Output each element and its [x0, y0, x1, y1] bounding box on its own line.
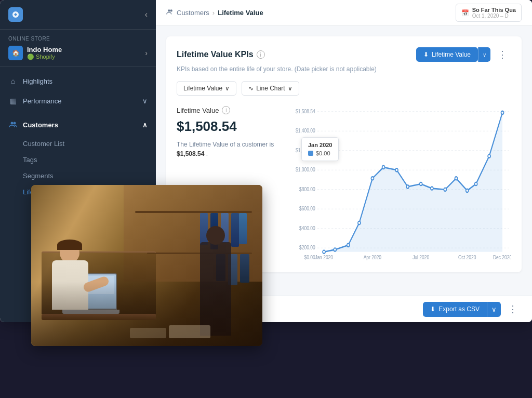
export-download-icon: ⬇	[430, 306, 435, 313]
lifetime-value-btn-label: Lifetime Value	[432, 51, 471, 58]
svg-point-2	[14, 122, 16, 125]
highlights-label: Highlights	[23, 77, 52, 85]
svg-point-41	[488, 154, 490, 157]
date-range-text: So Far This Qua Oct 1, 2020 – D	[472, 7, 516, 19]
svg-text:$1,000.00: $1,000.00	[296, 166, 315, 173]
svg-point-37	[444, 188, 446, 191]
svg-point-38	[455, 177, 457, 180]
svg-point-42	[501, 111, 503, 114]
svg-point-36	[431, 187, 433, 190]
chart-type-filter-button[interactable]: ∿ Line Chart ∨	[242, 81, 299, 96]
lifetime-value-filter-button[interactable]: Lifetime Value ∨	[177, 81, 236, 96]
svg-point-35	[420, 182, 422, 185]
svg-text:$0.00: $0.00	[304, 254, 315, 260]
svg-text:Apr 2020: Apr 2020	[364, 254, 381, 260]
svg-point-29	[347, 244, 350, 247]
chart-description: The Lifetime Value of a customer is $1,5…	[177, 140, 281, 158]
svg-text:Jul 2020: Jul 2020	[413, 254, 429, 260]
metric-name: Lifetime Value	[177, 107, 219, 114]
store-platform: 🟢 Shopify	[27, 54, 62, 60]
chart-value: $1,508.54	[177, 118, 281, 135]
export-more-button[interactable]: ⋮	[504, 301, 522, 317]
svg-point-3	[168, 9, 170, 11]
export-button-group: ⬇ Export as CSV ∨	[423, 302, 501, 317]
sidebar-header: ‹	[0, 0, 156, 30]
filter-label-2: Line Chart	[256, 85, 285, 92]
kpi-title-row: Lifetime Value KPIs i	[177, 50, 265, 59]
nav-item-left: ⌂ Highlights	[8, 76, 52, 86]
svg-text:$600.00: $600.00	[299, 205, 315, 211]
svg-text:$800.00: $800.00	[299, 186, 315, 192]
performance-icon: ▦	[8, 96, 18, 105]
filter-chevron-icon: ∨	[225, 85, 230, 92]
date-range-button[interactable]: 📅 So Far This Qua Oct 1, 2020 – D	[456, 4, 522, 22]
svg-point-1	[11, 122, 14, 125]
nav-section: ⌂ Highlights ▦ Performance ∨	[0, 67, 156, 115]
sidebar-item-highlights[interactable]: ⌂ Highlights	[0, 71, 156, 91]
customers-parent-label: Customers	[23, 121, 58, 129]
store-name: Indo Home	[27, 46, 62, 54]
breadcrumb-parent[interactable]: Customers	[177, 9, 209, 17]
nav-item-left: ▦ Performance	[8, 96, 61, 105]
store-photo	[31, 185, 262, 346]
svg-text:$1,400.00: $1,400.00	[296, 127, 315, 134]
performance-label: Performance	[23, 97, 61, 105]
sidebar-item-tags[interactable]: Tags	[0, 152, 156, 168]
kpi-header: Lifetime Value KPIs i ⬇ Lifetime Value ∨…	[177, 47, 511, 62]
sidebar-item-customer-list[interactable]: Customer List	[0, 136, 156, 152]
kpi-actions: ⬇ Lifetime Value ∨ ⋮	[416, 47, 511, 62]
svg-point-28	[334, 248, 336, 251]
svg-text:$1,200.00: $1,200.00	[296, 147, 315, 153]
chart-metric-label: Lifetime Value i	[177, 106, 281, 114]
metric-info-icon[interactable]: i	[222, 106, 230, 114]
line-chart-icon: ∿	[248, 85, 254, 92]
filter-chevron-icon-2: ∨	[288, 85, 292, 92]
chart-right: $1,508.54 $1,400.00 $1,200.00 $1,000.00 …	[291, 106, 511, 262]
export-dropdown-button[interactable]: ∨	[487, 302, 501, 317]
breadcrumb: Customers › Lifetime Value	[166, 8, 263, 17]
store-details: 🏠 Indo Home 🟢 Shopify	[8, 46, 62, 60]
customers-parent-item[interactable]: Customers ∧	[0, 115, 156, 135]
photo-overlay	[31, 185, 262, 346]
lifetime-value-dropdown-button[interactable]: ∨	[478, 47, 490, 62]
description-start: The Lifetime Value of a customer is	[177, 141, 274, 148]
svg-text:$400.00: $400.00	[299, 225, 315, 231]
svg-point-31	[371, 177, 374, 180]
export-btn-label: Export as CSV	[438, 306, 480, 313]
calendar-icon: 📅	[461, 9, 469, 17]
store-section: ONLINE STORE 🏠 Indo Home 🟢 Shopify ›	[0, 30, 156, 67]
chevron-down-icon: ∨	[142, 97, 148, 105]
sidebar-item-performance[interactable]: ▦ Performance ∨	[0, 91, 156, 111]
download-icon: ⬇	[423, 51, 429, 58]
svg-point-27	[323, 250, 325, 254]
kpi-info-icon[interactable]: i	[257, 50, 265, 59]
store-icon: 🏠	[8, 46, 23, 60]
lifetime-value-button[interactable]: ⬇ Lifetime Value	[416, 47, 478, 62]
svg-point-34	[406, 185, 409, 188]
chevron-right-icon: ›	[145, 49, 148, 57]
line-chart-svg: $1,508.54 $1,400.00 $1,200.00 $1,000.00 …	[291, 106, 511, 262]
svg-point-39	[466, 189, 469, 192]
svg-text:Jan 2020: Jan 2020	[315, 254, 333, 260]
filter-bar: Lifetime Value ∨ ∿ Line Chart ∨	[177, 81, 511, 96]
svg-text:$1,508.54: $1,508.54	[296, 108, 315, 114]
svg-text:Dec 2020: Dec 2020	[493, 254, 511, 260]
customers-parent-left: Customers	[8, 120, 58, 129]
date-range-sublabel: Oct 1, 2020 – D	[472, 13, 516, 19]
chevron-up-icon: ∧	[142, 121, 148, 129]
more-options-button[interactable]: ⋮	[494, 47, 511, 62]
logo-icon	[8, 7, 23, 22]
store-selector[interactable]: 🏠 Indo Home 🟢 Shopify ›	[8, 46, 148, 60]
topbar: Customers › Lifetime Value 📅 So Far This…	[156, 0, 532, 26]
collapse-button[interactable]: ‹	[145, 10, 148, 19]
svg-point-4	[170, 9, 172, 11]
sidebar-item-segments[interactable]: Segments	[0, 168, 156, 184]
svg-point-30	[358, 221, 361, 224]
breadcrumb-current: Lifetime Value	[218, 9, 263, 17]
filter-label-1: Lifetime Value	[183, 85, 222, 92]
breadcrumb-arrow-icon: ›	[212, 9, 215, 17]
date-range-label: So Far This Qua	[472, 7, 516, 13]
svg-point-32	[382, 166, 385, 169]
kpi-subtitle: KPIs based on the entire life of your st…	[177, 65, 511, 73]
export-csv-button[interactable]: ⬇ Export as CSV	[423, 302, 487, 317]
